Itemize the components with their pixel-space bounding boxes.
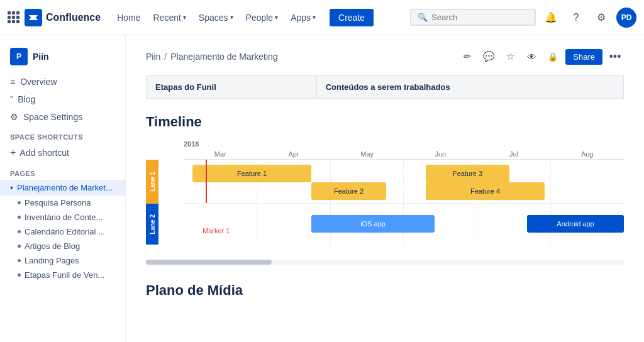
- timeline-scrollbar-track[interactable]: [146, 260, 624, 265]
- add-shortcut-button[interactable]: + Add shortcut: [0, 143, 125, 162]
- bar-android: Android app: [527, 215, 624, 233]
- nav-apps[interactable]: Apps ▾: [284, 9, 322, 26]
- nav-people[interactable]: People ▾: [240, 9, 285, 26]
- pages-label: PAGES: [0, 162, 125, 180]
- table-header-conteudos: Conteúdos a serem trabalhados: [316, 76, 623, 99]
- breadcrumb-separator: /: [164, 52, 167, 62]
- breadcrumb-page: Planejamento de Marketing: [170, 52, 277, 62]
- topnav: Confluence Home Recent ▾ Spaces ▾ People…: [0, 0, 644, 35]
- logo-text: Confluence: [46, 12, 101, 23]
- timeline-lane-2: Lane 2 iOS app: [146, 204, 624, 245]
- page-actions: ✏ 💬 ☆ 👁 🔒 Share •••: [458, 48, 624, 65]
- timeline-title: Timeline: [146, 114, 624, 130]
- bullet-icon: [18, 273, 21, 277]
- sidebar: P Piin ≡ Overview " Blog ⚙ Space Setting…: [0, 35, 126, 342]
- grid-icon: [8, 11, 19, 23]
- nav-home[interactable]: Home: [111, 9, 147, 26]
- timeline-months: Mar Apr May Jun Jul Aug: [184, 149, 624, 160]
- sidebar-page-etapas[interactable]: Etapas Funil de Ven...: [0, 268, 125, 282]
- search-input[interactable]: [431, 13, 528, 22]
- settings-icon: ⚙: [10, 112, 18, 122]
- bar-feature1: Feature 1: [192, 165, 311, 182]
- confluence-logo[interactable]: Confluence: [25, 9, 101, 26]
- sidebar-page-inventario[interactable]: Inventário de Conte...: [0, 210, 125, 224]
- add-icon: +: [10, 147, 16, 158]
- bullet-icon: [18, 259, 21, 262]
- sidebar-page-pesquisa[interactable]: Pesquisa Persona: [0, 196, 125, 210]
- sidebar-item-blog[interactable]: " Blog: [0, 91, 125, 108]
- lane2-label: Lane 2: [149, 214, 156, 234]
- sidebar-space-header: P Piin: [0, 43, 125, 73]
- breadcrumb-piin[interactable]: Piin: [146, 52, 160, 62]
- nav-spaces[interactable]: Spaces ▾: [192, 9, 240, 26]
- star-button[interactable]: ☆: [501, 48, 519, 65]
- marker-line: Marker 1: [206, 160, 207, 203]
- create-button[interactable]: Create: [330, 9, 374, 26]
- plano-section: Plano de Mídia: [146, 282, 624, 299]
- timeline-section: Timeline 2018 Mar Apr May Jun Jul Aug La: [146, 114, 624, 272]
- lane1-color-bar: Lane 1: [146, 160, 158, 204]
- comment-button[interactable]: 💬: [480, 48, 497, 65]
- breadcrumb: Piin / Planejamento de Marketing: [146, 52, 278, 62]
- nav-links: Home Recent ▾ Spaces ▾ People ▾ Apps ▾: [111, 9, 322, 26]
- bullet-icon: [18, 201, 21, 204]
- sidebar-page-calendario[interactable]: Calendário Editorial ...: [0, 224, 125, 239]
- grid-col-l2-1: [184, 204, 257, 245]
- sidebar-page-artigos[interactable]: Artigos de Blog: [0, 239, 125, 253]
- search-icon: 🔍: [418, 13, 428, 22]
- marker-label: Marker 1: [203, 227, 230, 234]
- more-button[interactable]: •••: [606, 48, 624, 65]
- content-table: Etapas do Funil Conteúdos a serem trabal…: [146, 75, 624, 99]
- notifications-button[interactable]: 🔔: [541, 8, 561, 28]
- timeline-lane-1: Lane 1 Feature: [146, 160, 624, 204]
- page-header: Piin / Planejamento de Marketing ✏ 💬 ☆ 👁…: [146, 48, 624, 65]
- timeline-container: 2018 Mar Apr May Jun Jul Aug Lane 1: [146, 140, 624, 272]
- month-may: May: [330, 149, 404, 159]
- bullet-icon: [18, 230, 21, 233]
- lane2-grid: iOS app Android app: [184, 204, 624, 245]
- month-mar: Mar: [184, 149, 257, 159]
- avatar[interactable]: PD: [616, 8, 636, 28]
- timeline-year: 2018: [184, 140, 199, 148]
- bullet-icon: [18, 245, 21, 248]
- table-header-etapas: Etapas do Funil: [147, 76, 317, 99]
- overview-icon: ≡: [10, 77, 15, 87]
- month-jun: Jun: [404, 149, 477, 159]
- sidebar-page-landing[interactable]: Landing Pages: [0, 253, 125, 268]
- bar-feature2: Feature 2: [311, 182, 386, 200]
- nav-recent[interactable]: Recent ▾: [147, 9, 192, 26]
- blog-icon: ": [10, 95, 13, 104]
- chevron-down-icon: ▾: [10, 184, 13, 191]
- grid-menu-button[interactable]: [8, 11, 19, 23]
- scrollbar-track: [146, 260, 624, 265]
- logo-icon: [25, 9, 42, 26]
- restrict-button[interactable]: 🔒: [544, 48, 562, 65]
- sidebar-item-space-settings[interactable]: ⚙ Space Settings: [0, 108, 125, 126]
- lane1-label-col: Lane 1: [146, 160, 184, 204]
- lane1-grid: Feature 1 Feature 3 Feature 2 Feature 4: [184, 160, 624, 204]
- space-icon: P: [10, 48, 28, 65]
- share-button[interactable]: Share: [565, 49, 602, 65]
- scrollbar-thumb[interactable]: [146, 260, 272, 265]
- bar-feature4: Feature 4: [426, 182, 545, 200]
- plano-title: Plano de Mídia: [146, 282, 624, 299]
- main-content: Piin / Planejamento de Marketing ✏ 💬 ☆ 👁…: [126, 35, 644, 342]
- search-box[interactable]: 🔍: [410, 9, 536, 26]
- watch-button[interactable]: 👁: [523, 48, 540, 65]
- month-apr: Apr: [257, 149, 331, 159]
- bar-ios: iOS app: [311, 215, 435, 233]
- lane1-label: Lane 1: [149, 172, 156, 192]
- help-button[interactable]: ?: [566, 8, 586, 28]
- lane1-spacer: [158, 160, 184, 204]
- sidebar-page-planejamento[interactable]: ▾ Planejamento de Market...: [0, 180, 125, 196]
- lane2-spacer: [158, 204, 184, 245]
- bar-feature3: Feature 3: [426, 165, 509, 182]
- settings-button[interactable]: ⚙: [591, 8, 611, 28]
- edit-button[interactable]: ✏: [458, 48, 476, 65]
- lane2-label-col: Lane 2: [146, 204, 184, 245]
- month-jul: Jul: [477, 149, 551, 159]
- bullet-icon: [18, 216, 21, 219]
- sidebar-item-overview[interactable]: ≡ Overview: [0, 73, 125, 91]
- lane2-color-bar: Lane 2: [146, 204, 158, 245]
- space-shortcuts-label: SPACE SHORTCUTS: [0, 126, 125, 143]
